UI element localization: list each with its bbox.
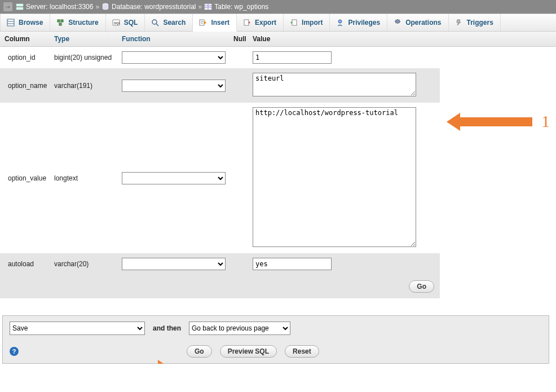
function-select[interactable] <box>122 51 226 64</box>
preview-sql-button[interactable]: Preview SQL <box>220 345 277 358</box>
tab-label: Browse <box>19 19 43 27</box>
value-textarea[interactable]: http://localhost/wordpress-tutorial <box>253 107 416 247</box>
nav-back-button[interactable]: → <box>3 2 12 11</box>
svg-rect-7 <box>7 19 14 26</box>
server-label: Server: <box>26 3 48 11</box>
table-row: autoload varchar(20) <box>0 253 440 275</box>
svg-rect-1 <box>16 7 23 10</box>
db-value: wordpresstutorial <box>144 3 196 11</box>
breadcrumb-sep: » <box>198 3 202 11</box>
annotation-number: 1 <box>541 112 550 131</box>
breadcrumb-database[interactable]: Database: wordpresstutorial <box>112 3 196 11</box>
svg-line-16 <box>156 24 158 26</box>
operations-icon <box>393 18 402 27</box>
tab-search[interactable]: Search <box>145 14 193 31</box>
tab-label: SQL <box>124 19 138 27</box>
import-icon <box>289 18 298 27</box>
tab-browse[interactable]: Browse <box>0 14 50 31</box>
col-name: option_id <box>5 54 54 61</box>
value-input[interactable] <box>253 258 332 270</box>
th-type: Type <box>50 32 117 46</box>
col-value <box>253 51 435 64</box>
col-function <box>122 51 233 64</box>
tab-label: Operations <box>405 19 441 27</box>
bottom-row-2: ? Go Preview SQL Reset <box>10 345 542 358</box>
breadcrumb-table[interactable]: Table: wp_options <box>214 3 268 11</box>
tab-privileges[interactable]: Privileges <box>330 14 387 31</box>
tab-sql[interactable]: SQL SQL <box>106 14 145 31</box>
function-select[interactable] <box>122 258 226 270</box>
function-select[interactable] <box>122 80 226 92</box>
tab-label: Export <box>255 19 276 27</box>
svg-rect-20 <box>244 20 249 25</box>
col-name: autoload <box>5 260 54 268</box>
bottom-panel: Save and then Go back to previous page ?… <box>2 315 549 364</box>
breadcrumb: → Server: localhost:3306 » Database: wor… <box>0 0 556 14</box>
breadcrumb-sep: » <box>95 3 99 11</box>
col-value: http://localhost/wordpress-tutorial <box>253 107 435 249</box>
svg-rect-10 <box>58 20 60 22</box>
search-icon <box>151 18 160 27</box>
tab-label: Privileges <box>348 19 380 27</box>
breadcrumb-server[interactable]: Server: localhost:3306 <box>26 3 93 11</box>
table-row: option_id bigint(20) unsigned <box>0 47 440 68</box>
col-name: option_name <box>5 82 54 90</box>
db-label: Database: <box>112 3 143 11</box>
table-icon <box>204 3 212 11</box>
value-input[interactable] <box>253 51 332 64</box>
svg-rect-17 <box>200 20 204 25</box>
and-then-select[interactable]: Go back to previous page <box>189 321 290 335</box>
value-textarea[interactable]: siteurl <box>253 73 416 96</box>
col-function <box>122 172 233 184</box>
svg-rect-0 <box>16 4 23 6</box>
th-column: Column <box>0 32 50 46</box>
insert-rows: option_id bigint(20) unsigned option_nam… <box>0 47 440 275</box>
structure-icon <box>56 18 65 27</box>
col-value: siteurl <box>253 73 435 98</box>
sql-icon: SQL <box>112 18 121 27</box>
go-button[interactable]: Go <box>409 280 434 293</box>
th-null: Null <box>229 32 248 46</box>
th-function: Function <box>117 32 229 46</box>
server-icon <box>16 3 24 11</box>
col-function <box>122 80 233 92</box>
save-mode-select[interactable]: Save <box>10 321 145 335</box>
go-row: Go <box>0 275 440 298</box>
tab-import[interactable]: Import <box>284 14 330 31</box>
tab-structure[interactable]: Structure <box>50 14 105 31</box>
help-icon[interactable]: ? <box>10 347 19 356</box>
svg-point-15 <box>152 20 157 24</box>
svg-point-22 <box>338 20 342 23</box>
tab-label: Insert <box>211 19 230 27</box>
privileges-icon <box>336 18 345 27</box>
function-select[interactable] <box>122 172 226 184</box>
col-type: varchar(191) <box>54 82 122 90</box>
server-value: localhost:3306 <box>50 3 93 11</box>
col-function <box>122 258 233 270</box>
tab-label: Triggers <box>467 19 493 27</box>
columns-header: Column Type Function Null Value <box>0 32 556 47</box>
go-button-bottom[interactable]: Go <box>187 345 212 358</box>
insert-icon <box>198 18 208 27</box>
export-icon <box>242 18 251 27</box>
reset-button[interactable]: Reset <box>285 345 319 358</box>
svg-rect-11 <box>61 20 63 22</box>
table-row: option_value longtext http://localhost/w… <box>0 103 440 253</box>
triggers-icon <box>454 18 464 27</box>
svg-text:SQL: SQL <box>114 21 120 25</box>
col-type: varchar(20) <box>54 260 122 268</box>
tab-insert[interactable]: Insert <box>193 14 237 32</box>
bottom-row-1: Save and then Go back to previous page <box>10 321 542 335</box>
tabs: Browse Structure SQL SQL Search Insert E… <box>0 14 556 32</box>
col-type: bigint(20) unsigned <box>54 54 122 61</box>
tab-label: Search <box>163 19 186 27</box>
col-type: longtext <box>54 174 122 182</box>
tab-triggers[interactable]: Triggers <box>449 14 501 31</box>
svg-rect-12 <box>59 23 61 25</box>
tab-operations[interactable]: Operations <box>387 14 448 31</box>
table-label: Table: <box>214 3 232 11</box>
and-then-label: and then <box>153 324 181 332</box>
tab-label: Structure <box>68 19 98 27</box>
tab-export[interactable]: Export <box>237 14 284 31</box>
table-row: option_name varchar(191) siteurl <box>0 68 440 103</box>
